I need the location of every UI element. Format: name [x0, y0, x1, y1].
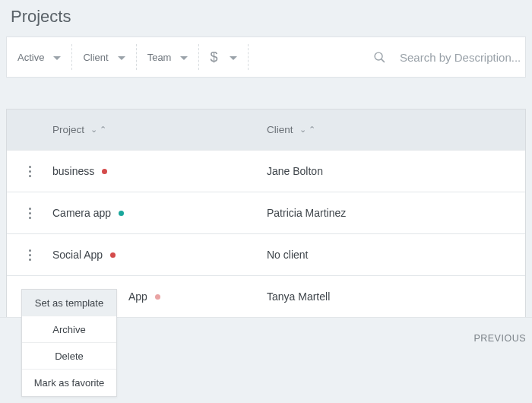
col-client[interactable]: Client ⌄⌃	[267, 124, 525, 135]
col-client-label: Client	[267, 124, 293, 135]
drag-handle[interactable]	[7, 166, 52, 177]
filter-team[interactable]: Team	[137, 44, 200, 70]
drag-dots-icon	[29, 166, 31, 177]
project-name: business	[52, 165, 94, 177]
projects-table: Project ⌄⌃ Client ⌄⌃ business Jane Bolto…	[6, 109, 526, 317]
drag-handle[interactable]	[7, 208, 52, 219]
table-row[interactable]: Social App No client	[7, 233, 525, 275]
filter-client-label: Client	[83, 52, 108, 63]
chevron-down-icon	[180, 52, 188, 63]
sort-arrows-icon: ⌄⌃	[90, 125, 106, 134]
project-name: App	[128, 290, 147, 303]
menu-archive[interactable]: Archive	[22, 316, 116, 343]
filter-status[interactable]: Active	[7, 44, 72, 70]
chevron-down-icon	[230, 52, 237, 63]
filter-status-label: Active	[17, 52, 44, 63]
project-name: Social App	[52, 249, 103, 261]
filter-currency[interactable]: $	[199, 44, 249, 70]
svg-point-0	[375, 52, 382, 60]
drag-handle[interactable]	[7, 249, 52, 261]
cell-client: Patricia Martinez	[267, 207, 525, 219]
project-name: Camera app	[52, 207, 111, 219]
cell-project: business	[52, 165, 267, 177]
cell-project: Camera app	[52, 207, 267, 219]
menu-set-template[interactable]: Set as template	[22, 290, 116, 316]
drag-dots-icon	[29, 249, 31, 261]
search-icon	[373, 51, 386, 64]
context-menu: Set as template Archive Delete Mark as f…	[21, 289, 117, 397]
status-dot	[110, 252, 116, 258]
menu-delete[interactable]: Delete	[22, 343, 116, 370]
col-project[interactable]: Project ⌄⌃	[52, 124, 267, 135]
search-input[interactable]	[400, 51, 525, 64]
cell-client: Tanya Martell	[267, 290, 525, 303]
page-title: Projects	[0, 0, 532, 36]
dollar-icon: $	[210, 49, 220, 65]
status-dot	[155, 294, 160, 300]
chevron-down-icon	[53, 52, 61, 63]
table-row[interactable]: business Jane Bolton	[7, 150, 525, 192]
table-row[interactable]: Camera app Patricia Martinez	[7, 192, 525, 233]
filter-bar: Active Client Team $	[6, 36, 526, 78]
cell-project: Social App	[52, 249, 267, 261]
drag-dots-icon	[29, 208, 31, 219]
col-project-label: Project	[52, 124, 84, 135]
menu-mark-favorite[interactable]: Mark as favorite	[22, 370, 116, 396]
svg-line-1	[382, 59, 385, 62]
cell-client: No client	[267, 249, 525, 261]
sort-arrows-icon: ⌄⌃	[299, 125, 315, 134]
filter-client[interactable]: Client	[72, 44, 136, 70]
status-dot	[102, 169, 107, 174]
status-dot	[119, 211, 124, 216]
cell-client: Jane Bolton	[267, 165, 525, 177]
filter-team-label: Team	[147, 52, 172, 63]
chevron-down-icon	[118, 52, 125, 63]
table-header: Project ⌄⌃ Client ⌄⌃	[7, 109, 525, 150]
